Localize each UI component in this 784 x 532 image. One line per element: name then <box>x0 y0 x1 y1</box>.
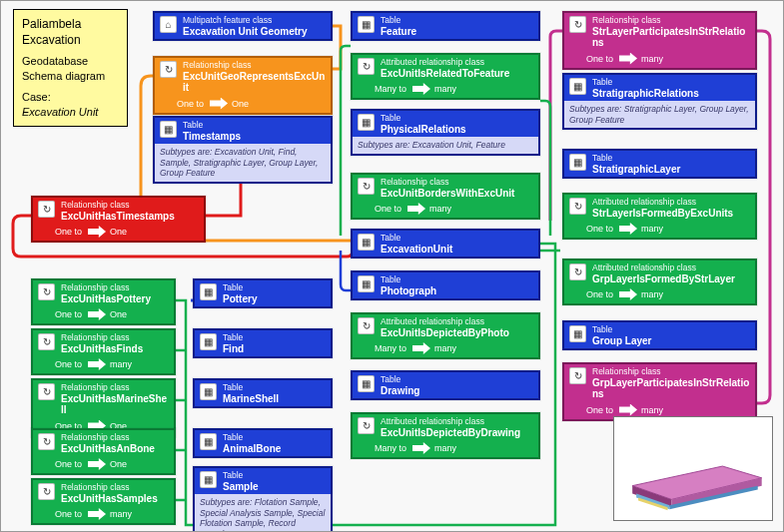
node-table-find: ▦TableFind <box>193 328 333 358</box>
node-table-grouplayer: ▦TableGroup Layer <box>562 320 757 350</box>
table-icon: ▦ <box>200 283 217 300</box>
relationship-icon: ↻ <box>38 283 55 300</box>
table-icon: ▦ <box>569 78 586 95</box>
table-icon: ▦ <box>569 154 586 171</box>
node-rel-has-timestamps: ↻ Relationship classExcUnitHasTimestamps… <box>31 196 206 243</box>
relationship-icon: ↻ <box>358 417 375 434</box>
node-table-physicalrelations: ▦TablePhysicalRelationsSubtypes are: Exc… <box>351 109 540 156</box>
node-rel-strlayer-participates: ↻Relationship classStrLayerParticipatesI… <box>562 11 757 70</box>
arrow-icon <box>407 203 425 215</box>
node-rel-grplayer-participates: ↻Relationship classGrpLayerParticipatesI… <box>562 362 757 421</box>
relationship-icon: ↻ <box>38 433 55 450</box>
relationship-icon: ↻ <box>160 61 177 78</box>
arrow-icon <box>88 308 106 320</box>
multipatch-icon: ⌂ <box>160 16 177 33</box>
table-icon: ▦ <box>200 471 217 488</box>
node-table-stratigraphiclayer: ▦TableStratigraphicLayer <box>562 149 757 179</box>
table-icon: ▦ <box>160 121 177 138</box>
table-icon: ▦ <box>358 275 375 292</box>
table-icon: ▦ <box>200 433 217 450</box>
arrow-icon <box>619 53 637 65</box>
relationship-icon: ↻ <box>569 367 586 384</box>
relationship-icon: ↻ <box>358 317 375 334</box>
info-line5: Case: <box>22 91 51 103</box>
table-icon: ▦ <box>358 234 375 251</box>
node-rel-has-pottery: ↻Relationship classExcUnitHasPottery One… <box>31 278 176 325</box>
table-icon: ▦ <box>358 16 375 33</box>
info-line4: Schema diagram <box>22 70 105 82</box>
arrow-icon <box>619 288 637 300</box>
arrow-icon <box>88 458 106 470</box>
info-line3: Geodatabase <box>22 55 88 67</box>
node-table-pottery: ▦TablePottery <box>193 278 333 308</box>
node-rel-has-finds: ↻Relationship classExcUnitHasFinds One t… <box>31 328 176 375</box>
relationship-icon: ↻ <box>38 483 55 500</box>
node-excavation-unit-geometry: ⌂ Multipatch feature classExcavation Uni… <box>153 11 333 41</box>
relationship-icon: ↻ <box>569 16 586 33</box>
relationship-icon: ↻ <box>358 178 375 195</box>
arrow-icon <box>210 98 228 110</box>
relationship-icon: ↻ <box>569 264 586 280</box>
node-table-photograph: ▦TablePhotograph <box>351 270 540 300</box>
diagram-infobox: PaliambelaExcavation GeodatabaseSchema d… <box>13 9 128 127</box>
relationship-icon: ↻ <box>38 333 55 350</box>
node-arc-depicted-by-drawing: ↻Attributed relationship classExcUnitIsD… <box>351 412 540 459</box>
info-line6: Excavation Unit <box>22 106 98 118</box>
arrow-icon <box>412 83 430 95</box>
arrow-icon <box>412 342 430 354</box>
table-icon: ▦ <box>358 375 375 392</box>
node-rel-has-anbone: ↻Relationship classExcUnitHasAnBone One … <box>31 428 176 475</box>
node-rel-borders: ↻Relationship classExcUnitBordersWithExc… <box>351 173 540 220</box>
arrow-icon <box>619 404 637 416</box>
node-table-animalbone: ▦TableAnimalBone <box>193 428 333 458</box>
node-table-timestamps: ▦ TableTimestamps Subtypes are: Excavati… <box>153 116 333 184</box>
table-icon: ▦ <box>569 325 586 342</box>
node-table-marineshell: ▦TableMarineShell <box>193 378 333 408</box>
table-icon: ▦ <box>358 114 375 131</box>
arrow-icon <box>412 442 430 454</box>
relationship-icon: ↻ <box>38 201 55 218</box>
table-icon: ▦ <box>200 333 217 350</box>
info-line1: Paliambela <box>22 17 81 31</box>
node-arc-grplayer-formed: ↻Attributed relationship classGrpLayerIs… <box>562 259 757 305</box>
node-table-drawing: ▦TableDrawing <box>351 370 540 400</box>
table-icon: ▦ <box>200 383 217 400</box>
node-table-stratigraphicrelations: ▦TableStratigraphicRelationsSubtypes are… <box>562 73 757 130</box>
node-rel-has-samples: ↻Relationship classExcUnitHasSamples One… <box>31 478 176 525</box>
node-arc-related-to-feature: ↻Attributed relationship classExcUnitIsR… <box>351 53 540 100</box>
node-arc-strlayer-formed: ↻Attributed relationship classStrLayerIs… <box>562 193 757 240</box>
node-arc-depicted-by-photo: ↻Attributed relationship classExcUnitIsD… <box>351 312 540 359</box>
node-rel-geo-represents: ↻ Relationship classExcUnitGeoRepresents… <box>153 56 333 115</box>
relationship-icon: ↻ <box>358 58 375 75</box>
arrow-icon <box>88 508 106 520</box>
arrow-icon <box>88 358 106 370</box>
node-table-sample: ▦TableSampleSubtypes are: Flotation Samp… <box>193 466 333 532</box>
node-table-feature: ▦TableFeature <box>351 11 540 41</box>
info-line2: Excavation <box>22 33 81 47</box>
relationship-icon: ↻ <box>569 198 586 215</box>
arrow-icon <box>619 223 637 235</box>
node-table-excavationunit: ▦TableExcavationUnit <box>351 229 540 259</box>
arrow-icon <box>88 226 106 238</box>
relationship-icon: ↻ <box>38 383 55 400</box>
model-thumbnail <box>613 416 773 521</box>
